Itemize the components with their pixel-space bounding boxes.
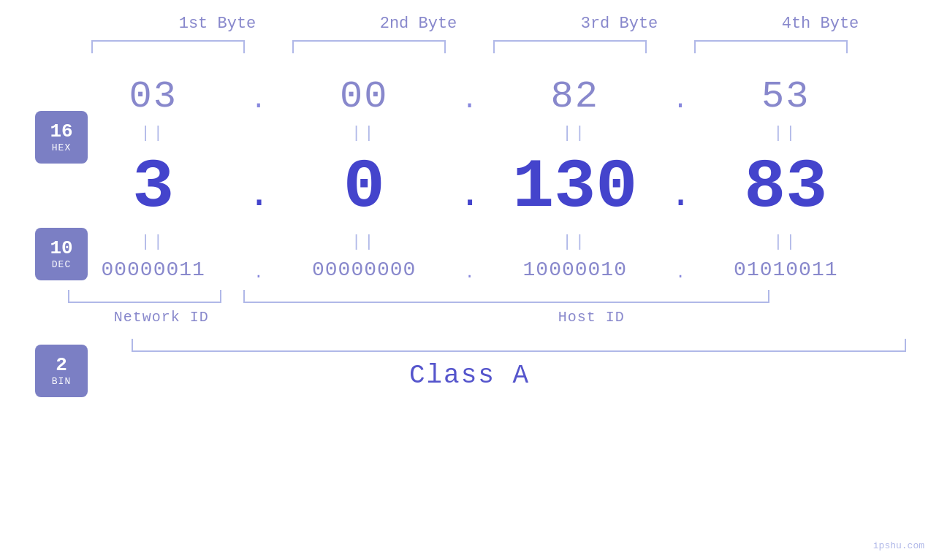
watermark: ipshu.com: [873, 540, 924, 551]
equals-1-b1: ||: [77, 124, 230, 142]
bin-badge: 2 BIN: [35, 345, 88, 397]
equals-row-1: || || || ||: [68, 124, 872, 142]
equals-row-2: || || || ||: [68, 233, 872, 251]
dec-badge-label: DEC: [52, 259, 71, 270]
dec-badge-number: 10: [50, 238, 72, 259]
hex-dot-2: .: [458, 85, 480, 115]
top-bracket-3: [493, 40, 647, 53]
hex-byte-3: 82: [498, 75, 652, 118]
hex-dot-1: .: [248, 85, 270, 115]
equals-1-b4: ||: [709, 124, 862, 142]
hex-byte-4: 53: [709, 75, 862, 118]
main-container: 16 HEX 10 DEC 2 BIN 1st Byte 2nd Byte 3r…: [0, 0, 939, 560]
hex-badge-label: HEX: [52, 142, 71, 153]
bin-dot-2: .: [458, 264, 480, 283]
top-bracket-4: [694, 40, 848, 53]
byte-header-3: 3rd Byte: [539, 15, 700, 33]
byte-header-4: 4th Byte: [740, 15, 901, 33]
bin-byte-3: 10000010: [498, 258, 652, 281]
host-id-label: Host ID: [328, 309, 854, 326]
dec-dot-3: .: [669, 174, 691, 217]
byte-header-2: 2nd Byte: [338, 15, 499, 33]
network-id-label: Network ID: [85, 309, 238, 326]
hex-byte-1: 03: [77, 75, 230, 118]
bracket-bottom-net: [68, 290, 221, 303]
dec-byte-3: 130: [498, 148, 652, 227]
bracket-net-wrap: [68, 290, 221, 303]
class-label: Class A: [409, 361, 530, 391]
equals-1-b3: ||: [498, 124, 652, 142]
top-bracket-2: [292, 40, 446, 53]
dec-byte-4: 83: [709, 148, 862, 227]
dec-byte-2: 0: [287, 148, 441, 227]
bracket-bottom-host: [243, 290, 769, 303]
dec-byte-1: 3: [77, 148, 230, 227]
dec-dot-2: .: [458, 174, 480, 217]
equals-2-b4: ||: [709, 233, 862, 251]
id-labels-row: Network ID Host ID: [68, 309, 872, 326]
dec-row: 3 . 0 . 130 . 83: [68, 148, 872, 227]
bin-byte-2: 00000000: [287, 258, 441, 281]
top-brackets: [68, 40, 872, 53]
hex-dot-3: .: [669, 85, 691, 115]
top-bracket-1: [91, 40, 245, 53]
equals-2-b3: ||: [498, 233, 652, 251]
byte-headers: 1st Byte 2nd Byte 3rd Byte 4th Byte: [117, 15, 921, 33]
bin-badge-number: 2: [56, 355, 67, 376]
bin-row: 00000011 . 00000000 . 10000010 . 0101001…: [68, 257, 872, 283]
long-bottom-bracket: [132, 339, 906, 352]
dec-dot-1: .: [248, 174, 270, 217]
hex-byte-2: 00: [287, 75, 441, 118]
equals-2-b2: ||: [287, 233, 441, 251]
bin-dot-1: .: [248, 264, 270, 283]
hex-badge-number: 16: [50, 121, 72, 142]
hex-row: 03 . 00 . 82 . 53: [68, 75, 872, 118]
bin-byte-1: 00000011: [77, 258, 230, 281]
bin-byte-4: 01010011: [709, 258, 862, 281]
dec-badge: 10 DEC: [35, 228, 88, 280]
byte-header-1: 1st Byte: [137, 15, 298, 33]
equals-2-b1: ||: [77, 233, 230, 251]
bracket-host-wrap: [243, 290, 872, 303]
bin-dot-3: .: [669, 264, 691, 283]
hex-badge: 16 HEX: [35, 111, 88, 164]
bin-badge-label: BIN: [52, 376, 71, 387]
equals-1-b2: ||: [287, 124, 441, 142]
bottom-bracket-area: [68, 290, 872, 303]
